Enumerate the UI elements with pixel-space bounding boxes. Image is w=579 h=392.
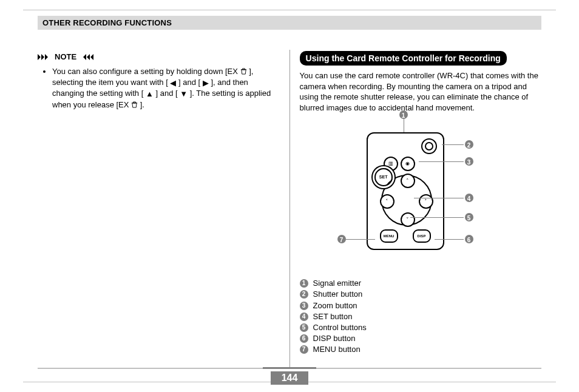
legend-item: 1Signal emitter [300, 278, 541, 289]
remote-left-button: ˂ [380, 194, 394, 209]
remote-set-button: SET [374, 168, 393, 186]
legend-label: Shutter button [313, 289, 363, 300]
left-column: NOTE You can also configure a setting by… [38, 50, 279, 370]
note-text: You can also configure a setting by hold… [52, 67, 240, 76]
remote-shutter-emitter [421, 138, 437, 154]
legend-item: 4SET button [300, 311, 541, 322]
legend-label: DISP button [313, 333, 356, 344]
legend-number: 4 [300, 313, 308, 321]
legend: 1Signal emitter 2Shutter button 3Zoom bu… [300, 278, 541, 355]
column-divider [290, 50, 290, 368]
note-label: NOTE [55, 52, 76, 61]
body-paragraph: You can use the card remote controller (… [300, 70, 541, 113]
trash-icon [131, 100, 138, 107]
leader-line [419, 161, 464, 162]
remote-right-button: ˃ [419, 194, 433, 209]
legend-item: 3Zoom button [300, 300, 541, 311]
triangle-down-icon: ▼ [180, 89, 188, 100]
page-number: 144 [271, 371, 309, 385]
legend-item: 6DISP button [300, 333, 541, 344]
leader-line [414, 198, 464, 198]
triangle-left-icon: ◀ [170, 78, 176, 89]
legend-number: 5 [300, 323, 308, 332]
leader-line [404, 119, 404, 132]
legend-number: 1 [300, 279, 308, 288]
note-arrow-right-icon [38, 54, 51, 60]
footer-rule-accent [263, 367, 316, 369]
callout-5: 5 [465, 213, 473, 221]
legend-number: 2 [300, 290, 308, 299]
legend-label: Control buttons [313, 322, 367, 333]
note-text: ]. [140, 100, 144, 109]
legend-label: MENU button [313, 344, 361, 355]
legend-number: 3 [300, 302, 308, 310]
note-bullet: You can also configure a setting by hold… [52, 66, 279, 110]
note-text: ] and [ [155, 89, 177, 98]
callout-7: 7 [337, 235, 346, 243]
legend-number: 6 [300, 334, 308, 343]
subsection-heading: Using the Card Remote Controller for Rec… [300, 51, 507, 66]
leader-line [442, 144, 464, 145]
legend-item: 7MENU button [300, 344, 541, 355]
remote-menu-button: MENU [380, 229, 398, 243]
triangle-right-icon: ▶ [203, 78, 209, 89]
legend-label: Zoom button [313, 300, 357, 311]
note-heading: NOTE [38, 52, 279, 61]
legend-item: 5Control buttons [300, 322, 541, 333]
callout-4: 4 [465, 194, 473, 202]
callout-1: 1 [399, 110, 408, 119]
note-text: ] and [ [178, 78, 200, 87]
leader-line [346, 239, 375, 240]
legend-label: SET button [313, 311, 353, 322]
legend-label: Signal emitter [313, 278, 361, 289]
right-column: Using the Card Remote Controller for Rec… [300, 50, 541, 370]
legend-item: 2Shutter button [300, 289, 541, 300]
remote-zoom-tele-button: ◉ [401, 157, 415, 171]
remote-down-button: ˅ [401, 212, 415, 227]
remote-up-button: ˄ [401, 174, 415, 188]
remote-diagram: ▥ ◉ ˄ ˅ ˂ ˃ SET MENU DISP 1 2 [300, 117, 541, 274]
trash-icon [240, 67, 247, 73]
remote-outline: ▥ ◉ ˄ ˅ ˂ ˃ SET MENU DISP [367, 132, 444, 250]
content-area: OTHER RECORDING FUNCTIONS NOTE You can a… [38, 16, 541, 370]
callout-3: 3 [465, 157, 473, 166]
note-list: You can also configure a setting by hold… [52, 66, 279, 110]
leader-line [410, 217, 464, 218]
triangle-up-icon: ▲ [146, 89, 154, 100]
section-title-bar: OTHER RECORDING FUNCTIONS [38, 16, 541, 30]
page-number-wrap: 144 [0, 371, 579, 385]
callout-2: 2 [465, 140, 473, 149]
remote-dpad: ˄ ˅ ˂ ˃ SET [381, 175, 432, 226]
set-label: SET [376, 169, 391, 185]
manual-page: OTHER RECORDING FUNCTIONS NOTE You can a… [0, 0, 579, 392]
section-title: OTHER RECORDING FUNCTIONS [42, 18, 172, 27]
callout-6: 6 [465, 235, 473, 243]
note-arrow-left-icon [80, 54, 93, 60]
legend-number: 7 [300, 345, 308, 354]
remote-disp-button: DISP [413, 229, 431, 243]
leader-line [435, 239, 464, 240]
